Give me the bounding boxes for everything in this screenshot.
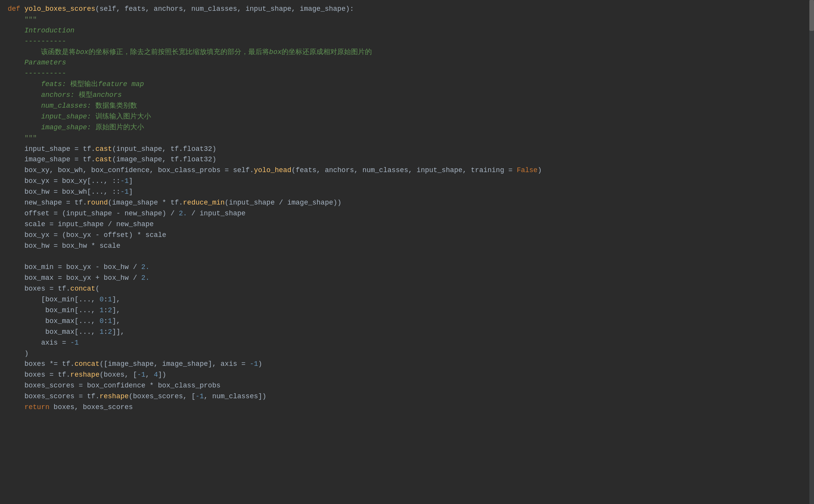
- code-editor: def yolo_boxes_scores(self, feats, ancho…: [0, 0, 814, 504]
- line-28: [box_min[..., 0:1],: [4, 294, 814, 305]
- line-36: boxes_scores = box_confidence * box_clas…: [4, 381, 814, 391]
- line-9: anchors: 模型anchors: [4, 90, 814, 101]
- line-23: box_hw = box_hw * scale: [4, 241, 814, 252]
- line-26: box_max = box_yx + box_hw / 2.: [4, 273, 814, 284]
- line-13: """: [4, 133, 814, 144]
- line-1: def yolo_boxes_scores(self, feats, ancho…: [4, 4, 814, 15]
- scrollbar-thumb[interactable]: [809, 0, 814, 31]
- line-24: [4, 251, 814, 262]
- line-16: box_xy, box_wh, box_confidence, box_clas…: [4, 165, 814, 176]
- line-5: 该函数是将box的坐标修正，除去之前按照长宽比缩放填充的部分，最后将box的坐标…: [4, 47, 814, 58]
- line-19: new_shape = tf.round(image_shape * tf.re…: [4, 198, 814, 208]
- line-27: boxes = tf.concat(: [4, 284, 814, 294]
- line-29: box_min[..., 1:2],: [4, 305, 814, 316]
- line-7: ----------: [4, 68, 814, 79]
- line-11: input_shape: 训练输入图片大小: [4, 112, 814, 122]
- line-6: Parameters: [4, 58, 814, 68]
- line-3: Introduction: [4, 25, 814, 36]
- line-38: return boxes, boxes_scores: [4, 402, 814, 413]
- line-18: box_hw = box_wh[..., ::-1]: [4, 187, 814, 198]
- line-34: boxes *= tf.concat([image_shape, image_s…: [4, 359, 814, 370]
- line-20: offset = (input_shape - new_shape) / 2. …: [4, 208, 814, 219]
- line-12: image_shape: 原始图片的大小: [4, 122, 814, 133]
- line-4: ----------: [4, 36, 814, 47]
- line-32: axis = -1: [4, 338, 814, 348]
- line-31: box_max[..., 1:2]],: [4, 327, 814, 338]
- line-8: feats: 模型输出feature map: [4, 79, 814, 90]
- line-10: num_classes: 数据集类别数: [4, 101, 814, 112]
- scrollbar-track[interactable]: [809, 0, 814, 504]
- line-25: box_min = box_yx - box_hw / 2.: [4, 262, 814, 273]
- line-33: ): [4, 348, 814, 359]
- line-37: boxes_scores = tf.reshape(boxes_scores, …: [4, 391, 814, 402]
- line-30: box_max[..., 0:1],: [4, 316, 814, 327]
- line-21: scale = input_shape / new_shape: [4, 219, 814, 230]
- line-22: box_yx = (box_yx - offset) * scale: [4, 230, 814, 241]
- line-2: """: [4, 15, 814, 25]
- line-17: box_yx = box_xy[..., ::-1]: [4, 176, 814, 187]
- line-35: boxes = tf.reshape(boxes, [-1, 4]): [4, 370, 814, 381]
- line-15: image_shape = tf.cast(image_shape, tf.fl…: [4, 154, 814, 165]
- line-14: input_shape = tf.cast(input_shape, tf.fl…: [4, 144, 814, 155]
